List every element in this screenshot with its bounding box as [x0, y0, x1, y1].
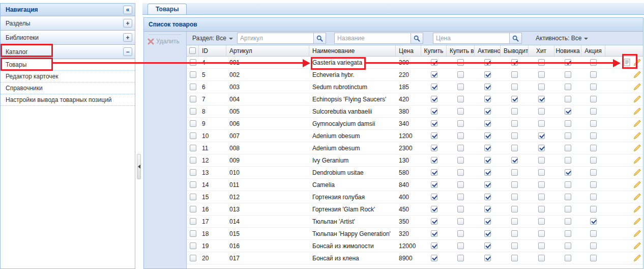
active-checkbox[interactable]	[484, 145, 491, 151]
promo-checkbox[interactable]	[590, 132, 597, 139]
new-checkbox[interactable]	[565, 194, 571, 200]
display-checkbox[interactable]	[511, 243, 518, 249]
active-checkbox[interactable]	[484, 218, 491, 225]
active-checkbox[interactable]	[484, 96, 491, 102]
buy-checkbox[interactable]	[431, 181, 437, 188]
hit-checkbox[interactable]	[538, 132, 545, 139]
table-row[interactable]: 19 016 Бонсай из жимолости 12000	[187, 240, 643, 252]
sidebar-item-nastroyki-vyvoda[interactable]: Настройки вывода товарных позиций	[1, 94, 135, 106]
new-checkbox[interactable]	[565, 181, 571, 188]
buy-one-click-checkbox[interactable]	[457, 169, 464, 176]
hit-checkbox[interactable]	[538, 206, 545, 212]
edit-pencil-icon[interactable]	[633, 132, 641, 140]
row-select-checkbox[interactable]	[190, 230, 196, 237]
promo-checkbox[interactable]	[590, 243, 597, 249]
row-select-checkbox[interactable]	[190, 132, 196, 139]
hit-checkbox[interactable]	[538, 59, 545, 66]
row-select-checkbox[interactable]	[190, 169, 196, 176]
edit-pencil-icon[interactable]	[633, 83, 641, 91]
buy-one-click-checkbox[interactable]	[457, 84, 464, 90]
buy-one-click-checkbox[interactable]	[457, 181, 464, 188]
buy-checkbox[interactable]	[431, 255, 437, 261]
hit-checkbox[interactable]	[538, 145, 545, 151]
table-row[interactable]: 8 005 Sulcorebutia vanbaelii 380	[187, 105, 643, 118]
row-select-checkbox[interactable]	[190, 96, 196, 102]
table-row[interactable]: 10 007 Adenium obesum 1200	[187, 130, 643, 142]
promo-checkbox[interactable]	[590, 206, 597, 212]
buy-one-click-checkbox[interactable]	[457, 59, 464, 66]
display-checkbox[interactable]	[511, 108, 518, 115]
edit-pencil-icon[interactable]	[633, 254, 641, 262]
new-checkbox[interactable]	[565, 120, 571, 127]
new-checkbox[interactable]	[565, 206, 571, 212]
column-header-naimenovanie[interactable]: Наименование	[309, 45, 396, 56]
promo-checkbox[interactable]	[590, 84, 597, 90]
table-row[interactable]: 12 009 Ivy Geranium 130	[187, 154, 643, 167]
new-checkbox[interactable]	[565, 218, 571, 225]
promo-checkbox[interactable]	[590, 71, 597, 78]
buy-one-click-checkbox[interactable]	[457, 218, 464, 225]
buy-one-click-checkbox[interactable]	[457, 96, 464, 102]
buy-checkbox[interactable]	[431, 84, 437, 90]
edit-pencil-icon[interactable]	[633, 95, 641, 103]
tab-tovary[interactable]: Товары	[148, 4, 187, 14]
buy-one-click-checkbox[interactable]	[457, 157, 464, 164]
edit-pencil-icon[interactable]	[633, 193, 641, 201]
new-checkbox[interactable]	[565, 255, 571, 261]
edit-pencil-icon[interactable]	[633, 120, 641, 127]
column-header-aktivnost[interactable]: Активност	[475, 45, 501, 56]
table-row[interactable]: 15 012 Гортензия голубая 400	[187, 191, 643, 203]
new-checkbox[interactable]	[565, 157, 571, 164]
active-checkbox[interactable]	[484, 71, 491, 78]
promo-checkbox[interactable]	[590, 59, 597, 66]
table-row[interactable]: 14 011 Camelia 840	[187, 179, 643, 191]
display-checkbox[interactable]	[511, 255, 518, 261]
active-checkbox[interactable]	[484, 194, 491, 200]
promo-checkbox[interactable]	[590, 108, 597, 115]
section-filter-button[interactable]: Раздел: Все	[192, 35, 233, 42]
name-search-input[interactable]	[334, 33, 411, 44]
promo-checkbox[interactable]	[590, 255, 597, 261]
row-select-checkbox[interactable]	[190, 218, 196, 225]
display-checkbox[interactable]	[511, 157, 518, 164]
buy-checkbox[interactable]	[431, 132, 437, 139]
sidebar-collapse-button[interactable]: «	[123, 6, 132, 14]
edit-pencil-icon[interactable]	[633, 71, 641, 78]
table-row[interactable]: 5 002 Echeveria hybr. 220	[187, 69, 643, 81]
buy-checkbox[interactable]	[431, 157, 437, 164]
row-select-checkbox[interactable]	[190, 120, 196, 127]
table-row[interactable]: 18 015 Тюльпан 'Happy Generation' 320	[187, 228, 643, 240]
column-header-akciya[interactable]: Акция	[581, 45, 605, 56]
column-header-novinka[interactable]: Новинка	[554, 45, 581, 56]
expand-plus-icon[interactable]: +	[123, 19, 132, 28]
buy-checkbox[interactable]	[431, 108, 437, 115]
row-select-checkbox[interactable]	[190, 206, 196, 212]
active-checkbox[interactable]	[484, 230, 491, 237]
buy-one-click-checkbox[interactable]	[457, 243, 464, 249]
display-checkbox[interactable]	[511, 181, 518, 188]
display-checkbox[interactable]	[511, 59, 518, 66]
edit-pencil-icon[interactable]	[633, 205, 641, 213]
promo-checkbox[interactable]	[590, 157, 597, 164]
new-checkbox[interactable]	[565, 108, 571, 115]
buy-checkbox[interactable]	[431, 96, 437, 102]
active-checkbox[interactable]	[484, 157, 491, 164]
display-checkbox[interactable]	[511, 194, 518, 200]
collapse-minus-icon[interactable]: −	[123, 47, 132, 56]
table-row[interactable]: 13 010 Dendrobium usitae 580	[187, 167, 643, 179]
display-checkbox[interactable]	[511, 206, 518, 212]
sku-search-button[interactable]	[313, 33, 326, 44]
hit-checkbox[interactable]	[538, 108, 545, 115]
name-search-button[interactable]	[411, 33, 423, 44]
promo-checkbox[interactable]	[590, 169, 597, 176]
buy-checkbox[interactable]	[431, 194, 437, 200]
column-header-vyvodit[interactable]: Выводить	[501, 45, 529, 56]
promo-checkbox[interactable]	[590, 194, 597, 200]
display-checkbox[interactable]	[511, 169, 518, 176]
new-checkbox[interactable]	[565, 96, 571, 102]
buy-checkbox[interactable]	[431, 230, 437, 237]
new-checkbox[interactable]	[565, 230, 571, 237]
sidebar-section-katalog[interactable]: Каталог −	[1, 45, 135, 59]
active-checkbox[interactable]	[484, 255, 491, 261]
column-header-id[interactable]: ID	[199, 45, 226, 56]
